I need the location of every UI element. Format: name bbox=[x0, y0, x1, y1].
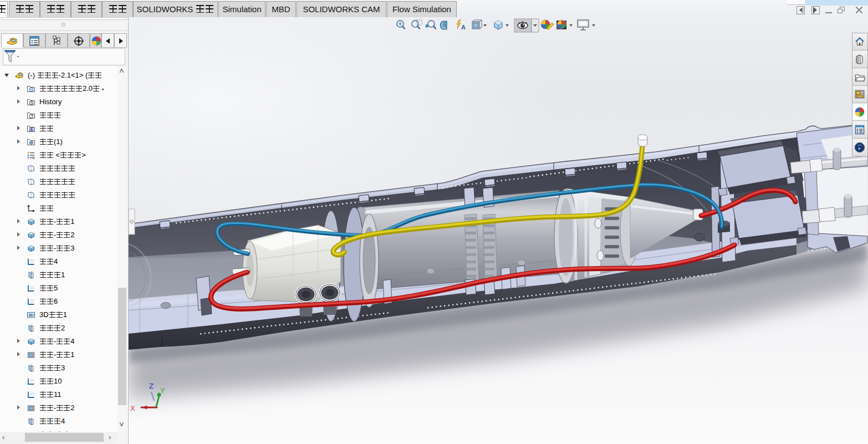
svg-text:3D: 3D bbox=[28, 313, 34, 318]
svg-text:Z: Z bbox=[149, 382, 154, 390]
svg-text:A: A bbox=[461, 24, 466, 30]
svg-text:A: A bbox=[30, 127, 33, 131]
svg-text:Y: Y bbox=[160, 386, 165, 395]
svg-text:X: X bbox=[130, 404, 135, 412]
